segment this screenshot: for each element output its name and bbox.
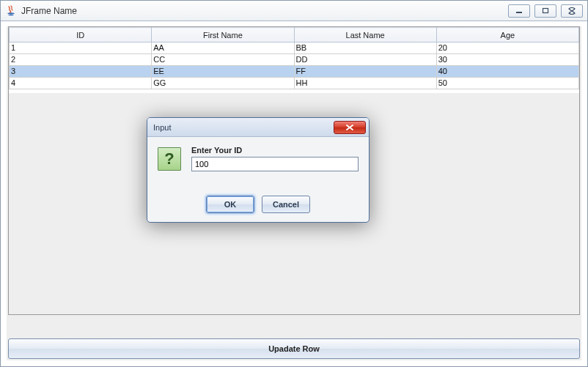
- dialog-button-row: OK Cancel: [147, 196, 369, 222]
- table-cell[interactable]: DD: [294, 54, 436, 66]
- window-titlebar: JFrame Name: [1, 1, 587, 21]
- dialog-close-button[interactable]: [334, 121, 366, 134]
- input-dialog-wrapper: Input ? Enter Your ID OK Cancel: [147, 117, 370, 223]
- table-cell[interactable]: BB: [294, 42, 436, 54]
- table-cell[interactable]: 2: [10, 54, 152, 66]
- table-cell[interactable]: 4: [10, 78, 152, 89]
- data-table[interactable]: IDFirst NameLast NameAge 1AABB202CCDD303…: [9, 27, 579, 89]
- table-cell[interactable]: HH: [294, 78, 436, 89]
- table-cell[interactable]: 40: [436, 66, 578, 78]
- dialog-titlebar: Input: [147, 118, 369, 137]
- dialog-body: ? Enter Your ID: [147, 137, 369, 196]
- dialog-prompt-label: Enter Your ID: [191, 146, 359, 155]
- table-cell[interactable]: GG: [152, 78, 294, 89]
- dialog-cancel-button[interactable]: Cancel: [262, 196, 310, 213]
- close-button[interactable]: [561, 4, 583, 18]
- window-title: JFrame Name: [21, 6, 508, 16]
- minimize-button[interactable]: [508, 4, 530, 18]
- column-header[interactable]: Last Name: [294, 28, 436, 42]
- table-cell[interactable]: 30: [436, 54, 578, 66]
- table-cell[interactable]: 3: [10, 66, 152, 78]
- dialog-id-input[interactable]: [191, 157, 359, 171]
- input-dialog: Input ? Enter Your ID OK Cancel: [147, 117, 370, 223]
- table-cell[interactable]: FF: [294, 66, 436, 78]
- update-row-button[interactable]: Upadate Row: [8, 338, 580, 359]
- column-header[interactable]: First Name: [152, 28, 294, 42]
- table-cell[interactable]: 1: [10, 42, 152, 54]
- bottom-button-bar: Upadate Row: [8, 338, 580, 359]
- table-row[interactable]: 3EEFF40: [10, 66, 579, 78]
- java-icon: [5, 5, 17, 17]
- column-header[interactable]: Age: [436, 28, 578, 42]
- table-row[interactable]: 4GGHH50: [10, 78, 579, 89]
- window-controls: [508, 4, 583, 18]
- svg-rect-0: [516, 12, 522, 13]
- table-cell[interactable]: 20: [436, 42, 578, 54]
- svg-rect-1: [543, 9, 548, 13]
- column-header[interactable]: ID: [10, 28, 152, 42]
- table-cell[interactable]: CC: [152, 54, 294, 66]
- table-row[interactable]: 2CCDD30: [10, 54, 579, 66]
- table-row[interactable]: 1AABB20: [10, 42, 579, 54]
- question-icon: ?: [158, 147, 181, 171]
- maximize-button[interactable]: [534, 4, 556, 18]
- dialog-title: Input: [153, 123, 334, 132]
- dialog-fields: Enter Your ID: [191, 146, 359, 191]
- table-cell[interactable]: AA: [152, 42, 294, 54]
- table-cell[interactable]: EE: [152, 66, 294, 78]
- table-cell[interactable]: 50: [436, 78, 578, 89]
- dialog-ok-button[interactable]: OK: [206, 196, 254, 213]
